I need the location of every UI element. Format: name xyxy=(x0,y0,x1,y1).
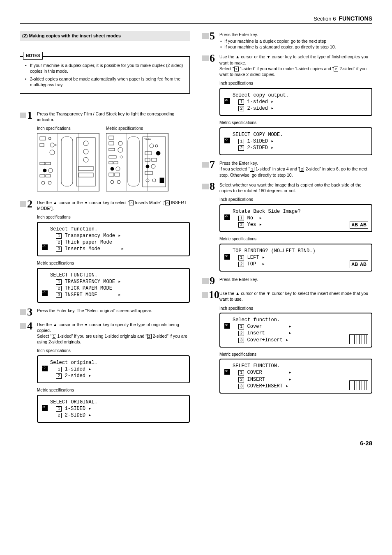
step-3: 3 Press the Enter key. The “Select origi… xyxy=(20,307,190,318)
notes-box: NOTES If your machine is a duplex copier… xyxy=(20,48,190,94)
step-6: 6 Use the ▲ cursor or the ▼ cursor key t… xyxy=(202,53,372,77)
svg-point-42 xyxy=(156,151,160,155)
lcd-s8-metric: TOP BINDING? (NO=LEFT BIND.) 1 LEFT ▸ 2 … xyxy=(219,244,372,272)
svg-point-18 xyxy=(83,157,88,162)
pointer-icon xyxy=(42,290,48,296)
svg-point-13 xyxy=(48,181,51,184)
svg-point-1 xyxy=(48,137,51,140)
lcd-s6-inch: Select copy output. 1 1-sided ▸ 2 2-side… xyxy=(219,88,372,116)
svg-rect-47 xyxy=(145,171,152,175)
svg-rect-36 xyxy=(128,137,139,186)
lcd-s4-metric: SELECT ORIGINAL. 1 1-SIDED ▸ 2 2-SIDED ▸ xyxy=(37,395,190,423)
svg-rect-41 xyxy=(145,152,152,155)
left-column: (2) Making copies with the insert sheet … xyxy=(20,31,190,427)
svg-point-31 xyxy=(116,167,120,171)
svg-rect-29 xyxy=(114,161,118,164)
panel-caption-inch: Inch specifications xyxy=(37,126,99,131)
panel-caption-metric: Metric specifications xyxy=(106,126,168,131)
svg-point-8 xyxy=(43,169,46,172)
pointer-icon xyxy=(42,244,48,250)
svg-rect-22 xyxy=(109,142,114,145)
svg-point-40 xyxy=(155,145,158,147)
svg-rect-7 xyxy=(46,162,51,165)
step-1: 1 Press the Transparency Film / Card Sto… xyxy=(20,110,190,122)
pointer-icon xyxy=(42,405,48,411)
svg-rect-15 xyxy=(76,138,95,186)
step-9: 9 Press the Enter key. xyxy=(202,276,372,286)
svg-point-9 xyxy=(48,168,53,173)
svg-rect-6 xyxy=(40,162,45,165)
svg-point-48 xyxy=(146,179,149,182)
abab-icon: ABAB xyxy=(350,221,368,229)
lcd-s4-inch: Select original. 1 1-sided ▸ 2 2-sided ▸ xyxy=(37,355,190,384)
pointer-icon xyxy=(224,98,230,104)
control-panel-metric: */AAA xyxy=(106,133,168,191)
note-item: If your machine is a duplex copier, it i… xyxy=(30,62,185,74)
svg-point-16 xyxy=(83,141,88,146)
sheets-icon xyxy=(349,380,368,390)
step-5: 5 Press the Enter key. If your machine i… xyxy=(202,31,372,50)
svg-point-12 xyxy=(42,181,45,184)
page-number: 6-28 xyxy=(20,439,372,447)
svg-point-49 xyxy=(152,179,156,182)
section-title: FUNCTIONS xyxy=(337,15,372,22)
notes-label: NOTES xyxy=(23,52,43,60)
svg-point-46 xyxy=(151,164,155,168)
step-8: 8 Select whether you want the image that… xyxy=(202,181,372,193)
svg-point-45 xyxy=(146,165,149,168)
svg-point-25 xyxy=(118,147,123,152)
step-4: 4 Use the ▲ cursor or the ▼ cursor key t… xyxy=(20,321,190,345)
pointer-icon xyxy=(224,214,230,220)
pointer-icon xyxy=(224,369,230,375)
svg-point-39 xyxy=(150,144,154,148)
right-column: 5 Press the Enter key. If your machine i… xyxy=(202,31,372,427)
lcd-s10-metric: SELECT FUNCTION. 1 COVER ▸ 2 INSERT ▸ 3 … xyxy=(219,359,372,394)
svg-rect-24 xyxy=(109,148,115,151)
svg-point-3 xyxy=(50,143,54,147)
svg-rect-21 xyxy=(109,136,114,139)
svg-rect-50 xyxy=(160,178,164,183)
lcd-s8-inch: Rotate Back Side Image? 1 No ▸ 2 Yes ▸ A… xyxy=(219,204,372,233)
svg-rect-20 xyxy=(78,173,93,177)
pointer-icon xyxy=(224,254,230,260)
svg-rect-28 xyxy=(109,161,113,164)
lcd-s10-inch: Select function. 1 Cover ▸ 2 Insert ▸ 3 … xyxy=(219,313,372,348)
svg-rect-33 xyxy=(115,173,120,176)
svg-point-35 xyxy=(117,180,120,184)
svg-point-27 xyxy=(120,156,122,158)
step-2: 2 Use the ▲ cursor or the ▼ cursor key t… xyxy=(20,199,190,211)
step-7: 7 Press the Enter key. If you selected “… xyxy=(202,159,372,178)
svg-point-17 xyxy=(83,149,88,154)
control-panel-inch xyxy=(37,133,99,191)
pointer-icon xyxy=(224,323,230,329)
lcd-s6-metric: SELECT COPY MODE. 1 1-SIDED ▸ 2 2-SIDED … xyxy=(219,127,372,156)
svg-point-5 xyxy=(50,150,55,155)
abab-icon: ABAB xyxy=(350,260,368,268)
note-item: 2-sided copies cannot be made automatica… xyxy=(30,76,185,88)
svg-point-30 xyxy=(111,167,114,170)
svg-point-34 xyxy=(111,180,114,184)
pointer-icon xyxy=(224,138,230,143)
svg-rect-32 xyxy=(109,173,114,176)
svg-rect-0 xyxy=(40,137,46,140)
svg-point-4 xyxy=(55,144,56,146)
svg-rect-44 xyxy=(152,158,157,161)
svg-rect-26 xyxy=(109,156,116,158)
svg-rect-43 xyxy=(145,158,150,161)
page-header: Section 6 FUNCTIONS xyxy=(20,15,372,24)
svg-rect-14 xyxy=(61,137,73,186)
pointer-icon xyxy=(42,366,48,371)
step-10: 10 Use the ▲ cursor or the ▼ cursor key … xyxy=(202,290,372,302)
lcd-s2-metric: SELECT FUNCTION. 1 TRANSPARENCY MODE ▸ 2… xyxy=(37,268,190,303)
svg-rect-19 xyxy=(78,166,93,170)
svg-text:*/AAA: */AAA xyxy=(144,138,151,140)
svg-rect-11 xyxy=(46,175,51,177)
svg-point-23 xyxy=(118,141,122,145)
svg-rect-10 xyxy=(40,175,45,177)
subsection-title: (2) Making copies with the insert sheet … xyxy=(20,31,190,41)
lcd-s2-inch: Select function. 1 Transparency Mode ▸ 2… xyxy=(37,222,190,257)
svg-rect-2 xyxy=(40,143,44,147)
section-label: Section 6 xyxy=(314,16,336,22)
sheets-icon xyxy=(349,334,368,344)
